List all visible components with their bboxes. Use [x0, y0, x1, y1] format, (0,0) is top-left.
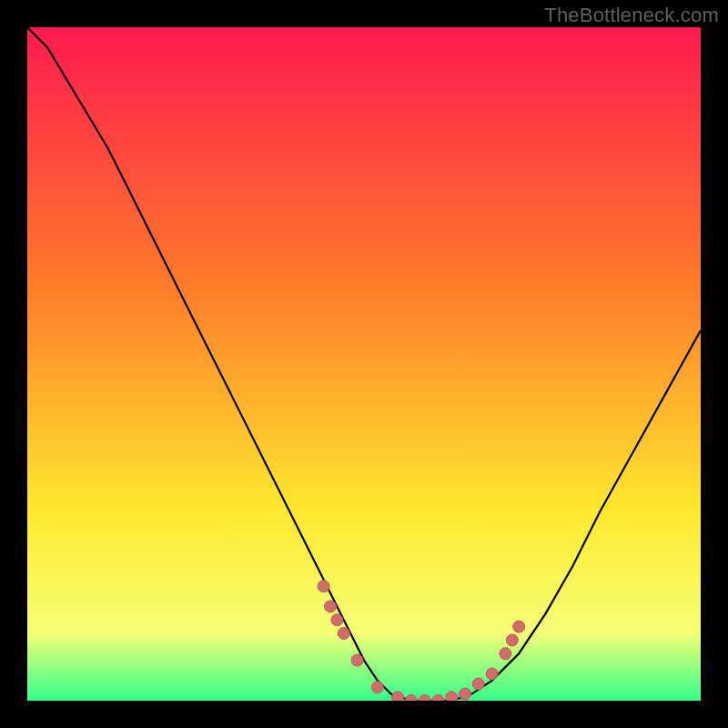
plot-area [27, 27, 701, 701]
data-point [500, 648, 511, 660]
data-point [331, 614, 343, 626]
chart-frame: TheBottleneck.com [0, 0, 728, 728]
data-point [318, 581, 329, 592]
data-point [506, 634, 518, 646]
data-point [513, 621, 525, 632]
watermark-text: TheBottleneck.com [544, 4, 719, 27]
data-point [338, 628, 349, 640]
data-point [371, 682, 383, 693]
data-point [325, 601, 337, 612]
data-point [460, 688, 471, 700]
data-point [392, 692, 404, 701]
bottleneck-chart [27, 27, 701, 701]
data-point [486, 668, 498, 680]
gradient-background [27, 27, 701, 701]
data-point [351, 654, 363, 666]
data-point [472, 678, 484, 690]
data-point [446, 692, 458, 701]
